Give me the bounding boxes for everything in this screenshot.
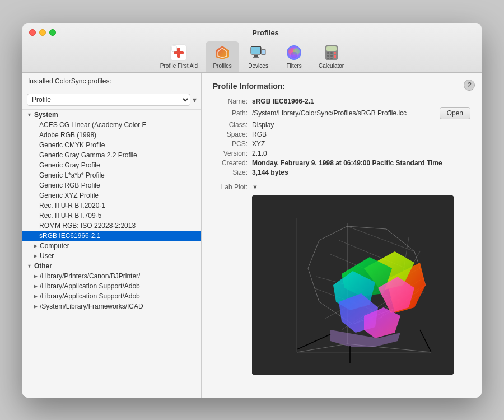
lab-label-row: Lab Plot: ▼ — [213, 183, 470, 191]
info-value-pcs: XYZ — [252, 140, 265, 148]
adobe2-arrow: ▶ — [34, 293, 38, 299]
info-label-created: Created: — [213, 159, 252, 167]
close-button[interactable] — [29, 29, 36, 36]
minimize-button[interactable] — [39, 29, 46, 36]
user-expand-arrow: ▶ — [34, 253, 38, 259]
toolbar-item-calculator[interactable]: Calculator — [313, 41, 349, 72]
sidebar: Installed ColorSync profiles: Profile ▾ … — [22, 73, 202, 398]
tree-item-icad: /System/Library/Frameworks/ICAD — [40, 302, 143, 310]
svg-rect-21 — [327, 55, 329, 57]
tree-subgroup-adobe2[interactable]: ▶ /Library/Application Support/Adob — [22, 291, 201, 301]
system-expand-arrow: ▼ — [27, 112, 32, 118]
svg-rect-23 — [334, 55, 336, 58]
tree-item-canon: /Library/Printers/Canon/BJPrinter/ — [40, 272, 140, 280]
toolbar-label-profiles: Profiles — [213, 63, 231, 69]
lab-plot-label: Lab Plot: — [213, 183, 252, 191]
svg-rect-18 — [327, 52, 329, 54]
info-row-class: Class: Display — [213, 121, 470, 129]
tree-item-generic-gray[interactable]: Generic Gray Profile — [22, 160, 201, 170]
info-label-size: Size: — [213, 169, 252, 176]
info-value-space: RGB — [252, 130, 267, 138]
tree-item-srgb[interactable]: sRGB IEC61966-2.1 — [22, 231, 201, 241]
svg-rect-22 — [330, 55, 333, 57]
computer-expand-arrow: ▶ — [34, 243, 38, 249]
toolbar-item-devices[interactable]: Devices — [241, 41, 275, 72]
devices-icon — [249, 44, 267, 62]
toolbar-label-filters: Filters — [286, 63, 301, 69]
sidebar-header: Installed ColorSync profiles: — [22, 73, 201, 90]
svg-rect-17 — [326, 46, 337, 51]
info-label-class: Class: — [213, 121, 252, 129]
calculator-icon — [323, 44, 340, 62]
info-label-version: Version: — [213, 150, 252, 157]
tree-item-rec709[interactable]: Rec. ITU-R BT.709-5 — [22, 211, 201, 221]
svg-point-15 — [291, 52, 297, 58]
profile-filter: Profile ▾ — [22, 90, 201, 110]
tree-item-generic-xyz[interactable]: Generic XYZ Profile — [22, 190, 201, 200]
toolbar-label-devices: Devices — [248, 63, 268, 69]
profiles-icon — [213, 44, 231, 62]
tree-item-romm[interactable]: ROMM RGB: ISO 22028-2:2013 — [22, 221, 201, 231]
info-row-name: Name: sRGB IEC61966-2.1 — [213, 97, 470, 105]
user-group-label: User — [40, 252, 54, 260]
info-label-space: Space: — [213, 130, 252, 138]
tree-group-user[interactable]: ▶ User — [22, 251, 201, 261]
lab-plot-section: Lab Plot: ▼ — [213, 183, 470, 375]
tree-subgroup-canon[interactable]: ▶ /Library/Printers/Canon/BJPrinter/ — [22, 271, 201, 281]
tree-item-rec2020[interactable]: Rec. ITU-R BT.2020-1 — [22, 200, 201, 211]
tree-item-generic-rgb[interactable]: Generic RGB Profile — [22, 180, 201, 190]
profile-tree: ▼ System ACES CG Linear (Academy Color E… — [22, 110, 201, 398]
info-value-version: 2.1.0 — [252, 150, 267, 157]
adobe1-arrow: ▶ — [34, 283, 38, 289]
system-group-label: System — [34, 111, 58, 119]
tree-item-aces[interactable]: ACES CG Linear (Academy Color E — [22, 120, 201, 130]
help-button[interactable]: ? — [464, 80, 475, 91]
tree-group-computer[interactable]: ▶ Computer — [22, 241, 201, 251]
tree-subgroup-icad[interactable]: ▶ /System/Library/Frameworks/ICAD — [22, 301, 201, 311]
tree-item-generic-lab[interactable]: Generic L*a*b* Profile — [22, 170, 201, 180]
tree-group-system[interactable]: ▼ System — [22, 110, 201, 120]
info-label-name: Name: — [213, 97, 252, 105]
info-value-path: /System/Library/ColorSync/Profiles/sRGB … — [252, 109, 435, 117]
toolbar-label-profile-first-aid: Profile First Aid — [160, 63, 198, 69]
toolbar-item-filters[interactable]: Filters — [277, 41, 311, 72]
info-row-space: Space: RGB — [213, 130, 470, 138]
icad-arrow: ▶ — [34, 304, 38, 309]
tree-item-adobe1: /Library/Application Support/Adob — [40, 282, 140, 290]
lab-plot — [252, 195, 454, 375]
details-panel: Profile Information: ? Name: sRGB IEC619… — [202, 73, 482, 398]
toolbar-item-profiles[interactable]: Profiles — [206, 41, 239, 72]
maximize-button[interactable] — [49, 29, 56, 36]
lab-plot-dropdown[interactable]: ▼ — [252, 184, 258, 190]
svg-rect-11 — [262, 50, 265, 54]
tree-item-generic-cmyk[interactable]: Generic CMYK Profile — [22, 140, 201, 150]
other-group-label: Other — [34, 262, 52, 270]
open-button[interactable]: Open — [440, 107, 470, 119]
svg-rect-8 — [254, 55, 258, 57]
filter-dropdown-arrow[interactable]: ▾ — [193, 95, 197, 104]
tree-subgroup-adobe1[interactable]: ▶ /Library/Application Support/Adob — [22, 281, 201, 291]
svg-rect-24 — [327, 58, 329, 59]
info-value-size: 3,144 bytes — [252, 169, 288, 176]
filters-icon — [285, 44, 303, 62]
info-row-size: Size: 3,144 bytes — [213, 169, 470, 176]
tree-item-adobe-rgb[interactable]: Adobe RGB (1998) — [22, 130, 201, 140]
info-row-pcs: PCS: XYZ — [213, 140, 470, 148]
profile-info-title: Profile Information: — [213, 82, 470, 91]
profile-info-table: Name: sRGB IEC61966-2.1 Path: /System/Li… — [213, 97, 470, 176]
info-row-path: Path: /System/Library/ColorSync/Profiles… — [213, 107, 470, 119]
info-row-created: Created: Monday, February 9, 1998 at 06:… — [213, 159, 470, 167]
tree-group-other[interactable]: ▼ Other — [22, 261, 201, 271]
toolbar-item-profile-first-aid[interactable]: Profile First Aid — [155, 41, 203, 72]
toolbar: Profile First Aid — [155, 41, 349, 72]
info-row-version: Version: 2.1.0 — [213, 150, 470, 157]
window-title: Profiles — [56, 29, 475, 37]
computer-group-label: Computer — [40, 242, 69, 250]
canon-arrow: ▶ — [34, 273, 38, 279]
info-label-pcs: PCS: — [213, 140, 252, 148]
traffic-lights — [29, 29, 56, 36]
profile-filter-select[interactable]: Profile — [27, 94, 190, 106]
titlebar: Profiles Profile First Aid — [22, 23, 482, 73]
tree-item-generic-gray-gamma[interactable]: Generic Gray Gamma 2.2 Profile — [22, 150, 201, 160]
main-window: Profiles Profile First Aid — [22, 23, 482, 398]
